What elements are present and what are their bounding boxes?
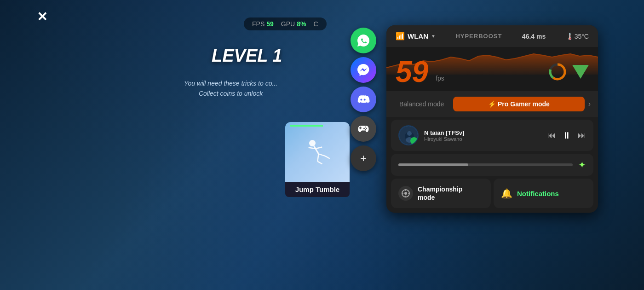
performance-triangle [572, 65, 589, 79]
fps-hud: FPS 59 [252, 20, 274, 28]
fps-unit: fps [436, 75, 444, 82]
track-name: N taian [TFSv] [424, 129, 542, 136]
game-area: LEVEL 1 You will need these tricks to co… [0, 0, 359, 290]
spotify-badge [410, 137, 418, 145]
pro-gamer-mode-button[interactable]: ⚡ Pro Gamer mode [453, 97, 584, 111]
latency-value: 46.4 ms [522, 33, 546, 40]
prev-track-button[interactable]: ⏮ [547, 131, 556, 140]
wlan-label: WLAN [408, 32, 428, 40]
trick-card[interactable]: Jump Tumble [285, 122, 350, 197]
balanced-mode-button[interactable]: Balanced mode [394, 98, 449, 110]
app-sidebar: + [351, 28, 376, 171]
close-button[interactable]: ✕ [37, 9, 47, 24]
music-controls[interactable]: ⏮ ⏸ ⏭ [547, 130, 586, 141]
mode-chevron-icon[interactable]: › [588, 100, 591, 108]
messenger-icon[interactable] [351, 57, 376, 83]
svg-line-7 [325, 155, 330, 160]
notifications-button[interactable]: 🔔 Notifications [494, 179, 593, 208]
wlan-dropdown-arrow: ▼ [431, 34, 436, 39]
main-panel: 📶 WLAN ▼ HYPERBOOST 46.4 ms 🌡️ 35°C 59 f… [386, 25, 598, 213]
fps-section: 59 fps [386, 47, 598, 91]
bell-icon: 🔔 [501, 188, 512, 199]
fps-value: 59 [266, 20, 274, 28]
cpu-label: C [313, 20, 318, 28]
gpu-value: 8% [297, 20, 306, 28]
panel-header: 📶 WLAN ▼ HYPERBOOST 46.4 ms 🌡️ 35°C [386, 25, 598, 47]
wifi-icon: 📶 [396, 32, 405, 41]
fps-display: 59 fps [396, 53, 589, 87]
fps-label: FPS [252, 20, 264, 28]
brightness-icon: ✦ [578, 159, 586, 170]
svg-line-6 [319, 151, 325, 158]
brightness-row: ✦ [391, 154, 593, 176]
album-art [398, 125, 419, 145]
championship-mode-button[interactable]: Championship mode [391, 179, 491, 208]
add-app-button[interactable]: + [351, 145, 376, 171]
brightness-slider[interactable] [398, 163, 573, 166]
jump-tumble-figure [301, 136, 334, 168]
championship-icon [398, 186, 413, 201]
svg-point-0 [308, 139, 316, 147]
svg-point-14 [407, 131, 412, 136]
fps-indicators [548, 63, 589, 81]
brightness-fill [398, 163, 468, 166]
svg-line-5 [317, 160, 322, 166]
trick-card-image [285, 122, 350, 182]
gamepad-icon[interactable] [351, 116, 376, 142]
svg-line-1 [314, 146, 319, 154]
discord-icon[interactable] [351, 87, 376, 112]
trick-label: Jump Tumble [285, 182, 350, 197]
gpu-hud: GPU 8% [281, 20, 306, 28]
pause-button[interactable]: ⏸ [562, 130, 571, 141]
svg-point-17 [404, 192, 407, 195]
championship-text: Championship mode [418, 185, 462, 202]
level-subtitle: You will need these tricks to co... Coll… [184, 78, 277, 99]
track-artist: Hiroyuki Sawano [424, 136, 542, 142]
gpu-label: GPU [281, 20, 295, 28]
next-track-button[interactable]: ⏭ [578, 131, 586, 140]
level-title: LEVEL 1 [212, 46, 282, 66]
cpu-hud: C [313, 20, 318, 28]
fps-number: 59 [396, 57, 428, 87]
music-player: N taian [TFSv] Hiroyuki Sawano ⏮ ⏸ ⏭ [391, 120, 593, 151]
hyperboost-label: HYPERBOOST [455, 33, 502, 40]
bottom-buttons: Championship mode 🔔 Notifications [391, 179, 593, 208]
notifications-label: Notifications [517, 190, 559, 197]
championship-svg [401, 189, 410, 198]
track-info: N taian [TFSv] Hiroyuki Sawano [424, 129, 542, 142]
mode-selector: Balanced mode ⚡ Pro Gamer mode › [386, 91, 598, 117]
wlan-badge[interactable]: 📶 WLAN ▼ [396, 32, 436, 41]
whatsapp-icon[interactable] [351, 28, 376, 53]
top-hud: FPS 59 GPU 8% C [244, 17, 327, 30]
temperature-value: 🌡️ 35°C [566, 33, 589, 40]
performance-arc [548, 63, 567, 81]
